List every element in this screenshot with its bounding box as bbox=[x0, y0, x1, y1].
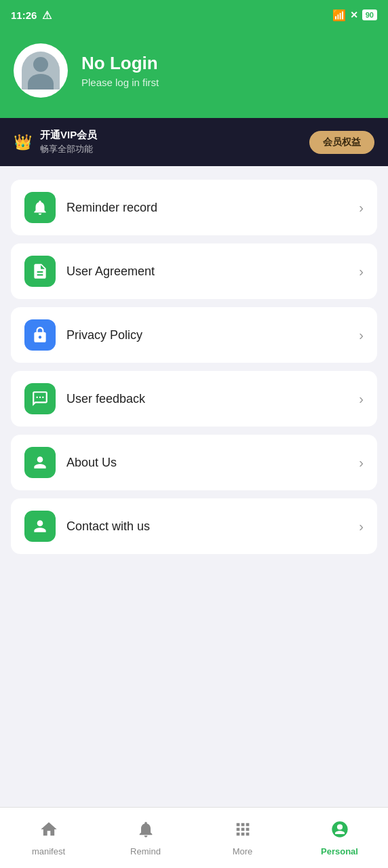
crown-icon: 👑 bbox=[14, 134, 32, 151]
contact-icon bbox=[31, 517, 49, 535]
feedback-label: User feedback bbox=[66, 392, 348, 406]
bottom-nav: manifest Remind More Personal bbox=[0, 807, 388, 868]
x-icon: ✕ bbox=[350, 9, 358, 20]
chevron-icon: › bbox=[359, 328, 364, 343]
avatar[interactable] bbox=[14, 43, 68, 98]
feedback-icon-container bbox=[24, 383, 56, 414]
reminder-label: Reminder record bbox=[66, 201, 348, 215]
header-text: No Login Please log in first bbox=[81, 53, 159, 88]
menu-item-feedback[interactable]: User feedback › bbox=[11, 371, 377, 427]
more-icon bbox=[233, 820, 252, 844]
menu-item-reminder[interactable]: Reminder record › bbox=[11, 180, 377, 235]
avatar-image bbox=[22, 52, 60, 90]
doc-icon bbox=[31, 262, 49, 280]
contact-icon-container bbox=[24, 511, 56, 542]
manifest-icon bbox=[39, 820, 58, 844]
vip-button[interactable]: 会员权益 bbox=[309, 131, 374, 154]
time: 11:26 bbox=[11, 9, 37, 21]
personal-label: Personal bbox=[321, 846, 358, 856]
battery-icon: 90 bbox=[362, 9, 377, 20]
chevron-icon: › bbox=[359, 519, 364, 534]
vip-banner[interactable]: 👑 开通VIP会员 畅享全部功能 会员权益 bbox=[0, 118, 388, 166]
vip-text: 开通VIP会员 畅享全部功能 bbox=[40, 129, 97, 155]
nav-item-remind[interactable]: Remind bbox=[97, 820, 194, 856]
feedback-icon bbox=[31, 390, 49, 408]
contact-label: Contact with us bbox=[66, 519, 348, 534]
warning-icon: ⚠ bbox=[42, 9, 52, 22]
vip-title: 开通VIP会员 bbox=[40, 129, 97, 142]
lock-icon bbox=[31, 326, 49, 344]
privacy-label: Privacy Policy bbox=[66, 328, 348, 342]
menu-item-privacy[interactable]: Privacy Policy › bbox=[11, 307, 377, 363]
about-icon-container bbox=[24, 447, 56, 478]
vip-left: 👑 开通VIP会员 畅享全部功能 bbox=[14, 129, 97, 155]
person-icon bbox=[31, 454, 49, 471]
personal-icon bbox=[330, 820, 349, 844]
manifest-label: manifest bbox=[32, 846, 65, 856]
chevron-icon: › bbox=[359, 200, 364, 216]
menu-item-about[interactable]: About Us › bbox=[11, 435, 377, 490]
menu-list: Reminder record › User Agreement › Priva… bbox=[0, 166, 388, 568]
chevron-icon: › bbox=[359, 391, 364, 407]
chevron-icon: › bbox=[359, 455, 364, 471]
login-subtitle: Please log in first bbox=[81, 77, 159, 88]
nav-item-manifest[interactable]: manifest bbox=[0, 820, 97, 856]
nav-item-more[interactable]: More bbox=[194, 820, 291, 856]
bell-icon bbox=[31, 199, 49, 216]
status-bar: 11:26 ⚠ 📶 ✕ 90 bbox=[0, 0, 388, 30]
doc-icon-container bbox=[24, 256, 56, 287]
menu-item-agreement[interactable]: User Agreement › bbox=[11, 243, 377, 299]
vip-subtitle: 畅享全部功能 bbox=[40, 143, 97, 155]
nav-item-personal[interactable]: Personal bbox=[291, 820, 388, 856]
agreement-label: User Agreement bbox=[66, 264, 348, 279]
status-right: 📶 ✕ 90 bbox=[332, 9, 377, 22]
bell-icon-container bbox=[24, 192, 56, 223]
status-left: 11:26 ⚠ bbox=[11, 9, 52, 22]
header: No Login Please log in first bbox=[0, 30, 388, 118]
login-title: No Login bbox=[81, 53, 159, 74]
remind-label: Remind bbox=[130, 846, 161, 856]
menu-item-contact[interactable]: Contact with us › bbox=[11, 498, 377, 554]
svg-point-1 bbox=[336, 824, 342, 829]
chevron-icon: › bbox=[359, 264, 364, 279]
about-label: About Us bbox=[66, 456, 348, 470]
remind-icon bbox=[136, 820, 155, 844]
lock-icon-container bbox=[24, 319, 56, 351]
wifi-icon: 📶 bbox=[332, 9, 346, 22]
more-label: More bbox=[233, 846, 253, 856]
